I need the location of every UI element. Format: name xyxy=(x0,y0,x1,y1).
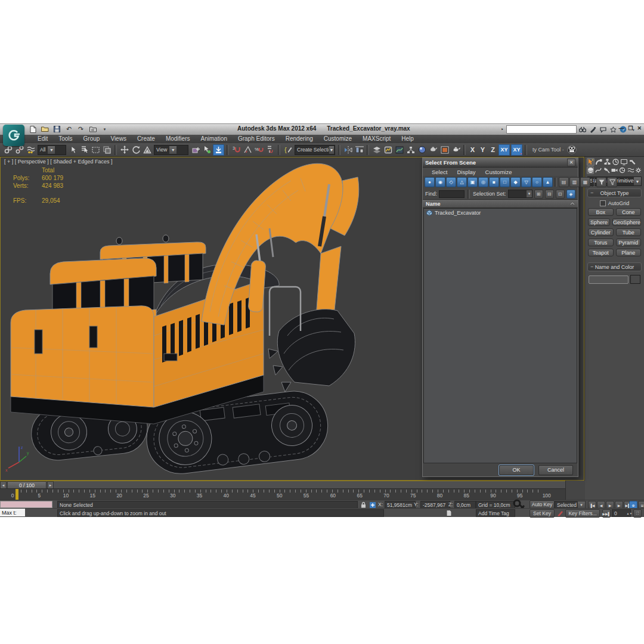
hierarchy-tab-icon[interactable] xyxy=(603,158,611,166)
dropdown-arrow-icon[interactable]: ▼ xyxy=(527,190,532,197)
set-key-button[interactable]: Set Key xyxy=(530,509,555,518)
display-containers-icon[interactable]: ○ xyxy=(532,177,542,187)
key-filters-button[interactable]: Key Filters... xyxy=(565,509,600,518)
restore-button[interactable]: ❐ xyxy=(628,125,633,131)
space-warps-icon[interactable] xyxy=(627,166,634,174)
add-time-tag-field[interactable]: Add Time Tag xyxy=(476,509,515,517)
name-column-header[interactable]: Name xyxy=(423,200,578,208)
filter-clear-icon[interactable] xyxy=(607,177,617,187)
scene-object-list[interactable]: Tracked_Excavator xyxy=(423,208,577,463)
named-selection-set-dropdown[interactable]: Create Selection Se ▼ xyxy=(295,145,335,155)
collapse-icon[interactable]: − xyxy=(590,264,593,270)
display-space-warps-icon[interactable]: ■ xyxy=(489,177,499,187)
minimize-button[interactable]: — xyxy=(618,125,624,131)
display-bones-icon[interactable]: ▽ xyxy=(521,177,531,187)
save-file-icon[interactable] xyxy=(52,125,61,134)
new-file-icon[interactable] xyxy=(29,125,38,134)
add-time-tag-icon[interactable] xyxy=(445,509,453,517)
spinner-snap-icon[interactable] xyxy=(265,145,275,155)
subtract-set-icon[interactable]: ⊟ xyxy=(545,190,554,199)
scene-object-row[interactable]: Tracked_Excavator xyxy=(424,209,577,217)
select-and-scale-icon[interactable] xyxy=(142,145,152,155)
display-helpers-icon[interactable]: ◎ xyxy=(478,177,488,187)
dialog-menu-item[interactable]: Select xyxy=(428,169,451,175)
project-folder-icon[interactable] xyxy=(88,125,97,134)
edit-named-selection-sets-icon[interactable]: { xyxy=(283,145,293,155)
auto-key-button[interactable]: Auto Key xyxy=(530,500,555,509)
close-button[interactable]: ✕ xyxy=(637,125,642,131)
primitive-button[interactable]: GeoSphere xyxy=(612,218,641,226)
snaps-toggle-3d-icon[interactable]: 3 xyxy=(231,145,242,155)
shapes-icon[interactable] xyxy=(595,166,602,174)
primitive-button[interactable]: Cone xyxy=(616,208,642,216)
maximize-viewport-icon[interactable]: ⛶ xyxy=(633,509,642,518)
select-object-icon[interactable] xyxy=(68,145,78,155)
lights-icon[interactable] xyxy=(603,166,610,174)
align-icon[interactable] xyxy=(354,145,364,155)
display-geometry-icon[interactable]: ◉ xyxy=(435,177,445,187)
schematic-view-icon[interactable] xyxy=(405,145,416,155)
select-and-link-icon[interactable] xyxy=(3,145,13,155)
selection-filter-dropdown[interactable]: All ▼ xyxy=(38,145,66,155)
display-nested-icon[interactable]: ▥ xyxy=(569,177,580,187)
open-file-icon[interactable] xyxy=(41,125,49,134)
geometry-icon[interactable] xyxy=(587,166,594,174)
menu-item[interactable]: Modifiers xyxy=(160,135,196,143)
macro-recorder-field[interactable] xyxy=(0,501,52,508)
dialog-title-bar[interactable]: Select From Scene ✕ xyxy=(423,158,578,168)
current-frame-marker[interactable] xyxy=(16,489,18,500)
helpers-icon[interactable] xyxy=(619,166,626,174)
select-and-rotate-icon[interactable] xyxy=(131,145,141,155)
axis-x-button[interactable]: X xyxy=(468,145,477,155)
primitive-button[interactable]: Box xyxy=(588,208,614,216)
curve-editor-icon[interactable] xyxy=(394,145,404,155)
filter-icon[interactable] xyxy=(596,177,606,187)
display-tab-icon[interactable] xyxy=(620,158,628,166)
autogrid-checkbox[interactable] xyxy=(600,200,606,206)
use-pivot-point-icon[interactable] xyxy=(190,145,200,155)
menu-item[interactable]: Help xyxy=(396,135,419,143)
angle-snap-icon[interactable] xyxy=(243,145,253,155)
dropdown-arrow-icon[interactable]: ▼ xyxy=(48,146,55,154)
menu-item[interactable]: Animation xyxy=(195,135,232,143)
search-binoculars-icon[interactable] xyxy=(579,126,587,134)
object-type-rollout[interactable]: − Object Type xyxy=(587,188,642,197)
dropdown-arrow-icon[interactable]: ▼ xyxy=(634,177,641,185)
primitive-button[interactable]: Plane xyxy=(616,249,642,256)
display-frozen-icon[interactable]: ▲ xyxy=(543,177,553,187)
rendered-frame-window-icon[interactable] xyxy=(439,145,450,155)
search-input[interactable] xyxy=(506,125,577,134)
unlink-selection-icon[interactable] xyxy=(14,145,24,155)
subscription-icon[interactable] xyxy=(589,126,597,134)
cameras-icon[interactable] xyxy=(611,166,618,174)
motion-tab-icon[interactable] xyxy=(612,158,620,166)
display-all-icon[interactable]: ● xyxy=(425,177,435,187)
axis-z-button[interactable]: Z xyxy=(488,145,497,155)
set-key-brush-icon[interactable] xyxy=(556,509,564,517)
selection-set-dropdown[interactable]: ▼ xyxy=(508,190,532,198)
track-bar[interactable]: 0510152025303540455055606570758085909510… xyxy=(0,488,565,500)
dropdown-arrow-icon[interactable]: ▼ xyxy=(329,146,334,154)
axis-xy-button[interactable]: XY xyxy=(499,144,510,156)
redo-icon[interactable]: ↷ xyxy=(76,125,85,134)
maxscript-mini-listener[interactable]: Max t: xyxy=(0,509,25,516)
primitive-button[interactable]: Cylinder xyxy=(588,228,614,236)
communication-icon[interactable] xyxy=(599,126,607,134)
systems-icon[interactable] xyxy=(635,166,642,174)
menu-item[interactable]: Graph Editors xyxy=(233,135,280,143)
window-crossing-icon[interactable] xyxy=(102,145,112,155)
render-production-icon[interactable] xyxy=(451,145,461,155)
utilities-tab-icon[interactable] xyxy=(628,158,636,166)
sort-icon[interactable] xyxy=(570,202,575,206)
render-setup-icon[interactable] xyxy=(428,145,438,155)
axis-xy-locked-button[interactable]: XY ▪ xyxy=(511,144,522,156)
qat-dropdown-icon[interactable]: ▾ xyxy=(100,125,109,134)
mirror-icon[interactable] xyxy=(343,145,353,155)
find-input[interactable] xyxy=(439,190,465,198)
app-logo-button[interactable] xyxy=(3,125,24,146)
keyboard-shortcut-override-icon[interactable] xyxy=(213,144,224,156)
primitive-button[interactable]: Teapot xyxy=(588,249,614,256)
display-shapes-icon[interactable]: ◇ xyxy=(446,177,456,187)
axis-y-button[interactable]: Y xyxy=(478,145,487,155)
select-by-name-icon[interactable] xyxy=(79,145,89,155)
